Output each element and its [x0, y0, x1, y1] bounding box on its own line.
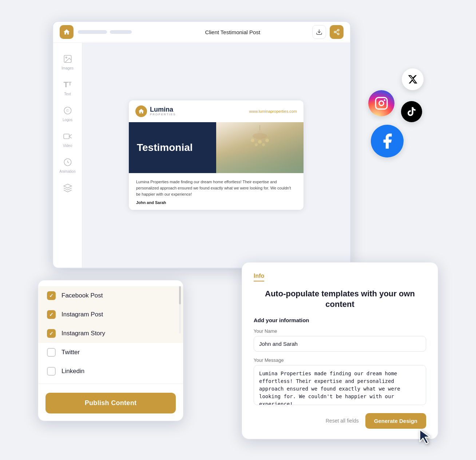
layers-icon: [62, 182, 74, 194]
sidebar-item-extra[interactable]: [53, 179, 82, 197]
sidebar-item-text[interactable]: TT Text: [53, 75, 82, 100]
download-button[interactable]: [312, 25, 326, 39]
message-textarea[interactable]: Lumina Properties made finding our dream…: [254, 365, 426, 405]
publish-footer: Publish Content: [38, 387, 183, 421]
publish-list-container: ✓ Facebook Post ✓ Instagram Post ✓ Insta…: [38, 280, 183, 384]
twitter-icon-circle[interactable]: [402, 68, 424, 90]
sidebar: Images TT Text © Logos: [53, 43, 82, 268]
home-button[interactable]: [60, 25, 74, 39]
instagram-icon-circle[interactable]: [368, 90, 394, 116]
svg-point-6: [66, 57, 67, 58]
sidebar-item-animation[interactable]: Animation: [53, 153, 82, 177]
info-panel-title: Auto-populate templates with your own co…: [254, 289, 426, 309]
lumina-name: Lumina: [150, 106, 176, 113]
checkbox-linkedin[interactable]: [47, 367, 56, 376]
svg-line-3: [336, 32, 337, 33]
svg-line-4: [336, 31, 337, 32]
editor-body: Images TT Text © Logos: [53, 43, 350, 268]
message-label: Your Message: [254, 357, 426, 363]
tiktok-icon: [406, 106, 417, 117]
info-subtitle: Add your information: [254, 317, 426, 323]
checkmark-facebook: ✓: [49, 293, 53, 299]
titlebar-pills: [78, 30, 153, 34]
card-url: www.luminaproperties.com: [249, 109, 297, 113]
lumina-text: Lumina PROPERTIES: [150, 106, 176, 116]
editor-window: Client Testimonial Post: [52, 21, 351, 268]
text-icon: TT: [62, 79, 74, 91]
svg-rect-9: [64, 134, 69, 139]
lumina-icon: [135, 105, 147, 117]
message-field-group: Your Message Lumina Properties made find…: [254, 357, 426, 407]
publish-item-instagram-story[interactable]: ✓ Instagram Story: [38, 324, 183, 343]
svg-point-15: [258, 140, 262, 144]
cursor-svg: [418, 428, 433, 446]
sidebar-item-logos[interactable]: © Logos: [53, 101, 82, 125]
home-icon: [63, 28, 70, 36]
svg-point-1: [334, 31, 336, 33]
video-label: Video: [63, 144, 72, 148]
card-header: Lumina PROPERTIES www.luminaproperties.c…: [129, 100, 304, 122]
instagram-story-label: Instagram Story: [62, 330, 105, 337]
download-icon: [316, 29, 322, 35]
card-middle: Testimonial: [129, 122, 304, 173]
card-quote: Lumina Properties made finding our dream…: [136, 179, 296, 197]
svg-point-0: [337, 29, 339, 31]
publish-item-linkedin[interactable]: Linkedin: [38, 362, 183, 381]
text-label: Text: [64, 92, 71, 96]
card-body: Lumina Properties made finding our dream…: [129, 173, 304, 210]
generate-design-button[interactable]: Generate Design: [365, 413, 426, 429]
lumina-logo: Lumina PROPERTIES: [135, 105, 176, 117]
reset-button[interactable]: Reset all fields: [326, 418, 359, 424]
name-label: Your Name: [254, 328, 426, 334]
info-footer: Reset all fields Generate Design: [254, 413, 426, 429]
scrollbar-track[interactable]: [179, 286, 181, 333]
titlebar: Client Testimonial Post: [53, 22, 350, 43]
info-tab[interactable]: Info: [254, 273, 264, 281]
svg-point-21: [384, 99, 385, 101]
instagram-icon: [374, 96, 388, 110]
canvas-area: Lumina PROPERTIES www.luminaproperties.c…: [82, 43, 350, 268]
checkbox-twitter[interactable]: [47, 348, 56, 357]
checkbox-instagram-story[interactable]: ✓: [47, 329, 56, 338]
logos-icon: ©: [62, 105, 74, 116]
publish-item-instagram-post[interactable]: ✓ Instagram Post: [38, 305, 183, 324]
svg-point-2: [337, 33, 339, 35]
publish-item-twitter[interactable]: Twitter: [38, 343, 183, 362]
name-input[interactable]: [254, 336, 426, 352]
photo-gradient: [216, 151, 304, 173]
images-label: Images: [62, 66, 74, 70]
checkbox-facebook[interactable]: ✓: [47, 291, 56, 300]
twitter-label: Twitter: [62, 349, 80, 356]
facebook-post-label: Facebook Post: [62, 292, 103, 299]
video-icon: [62, 131, 74, 142]
checkbox-instagram-post[interactable]: ✓: [47, 310, 56, 319]
publish-content-button[interactable]: Publish Content: [45, 393, 176, 413]
sidebar-item-images[interactable]: Images: [53, 49, 82, 74]
publish-divider: [38, 384, 183, 384]
publish-item-facebook[interactable]: ✓ Facebook Post: [38, 286, 183, 305]
x-icon: [408, 74, 418, 84]
svg-point-20: [379, 101, 384, 105]
animation-label: Animation: [59, 169, 75, 173]
name-field-group: Your Name: [254, 328, 426, 352]
images-icon: [62, 53, 74, 65]
svg-point-17: [255, 143, 258, 146]
instagram-post-label: Instagram Post: [62, 311, 103, 318]
svg-point-13: [253, 133, 267, 139]
tiktok-icon-circle[interactable]: [401, 101, 422, 122]
facebook-icon-circle[interactable]: [371, 125, 404, 157]
linkedin-label: Linkedin: [62, 368, 84, 375]
facebook-icon: [378, 132, 396, 150]
share-icon: [333, 29, 340, 35]
card-author: John and Sarah: [136, 200, 296, 205]
svg-point-18: [262, 143, 265, 146]
svg-text:©: ©: [66, 108, 69, 113]
testimonial-label: Testimonial: [129, 122, 216, 173]
share-button[interactable]: [330, 25, 344, 39]
sidebar-item-video[interactable]: Video: [53, 127, 82, 151]
pill-2: [110, 30, 132, 34]
document-title: Client Testimonial Post: [158, 29, 308, 35]
lumina-sub: PROPERTIES: [150, 113, 176, 116]
svg-point-16: [265, 139, 269, 142]
animation-icon: [62, 156, 74, 168]
